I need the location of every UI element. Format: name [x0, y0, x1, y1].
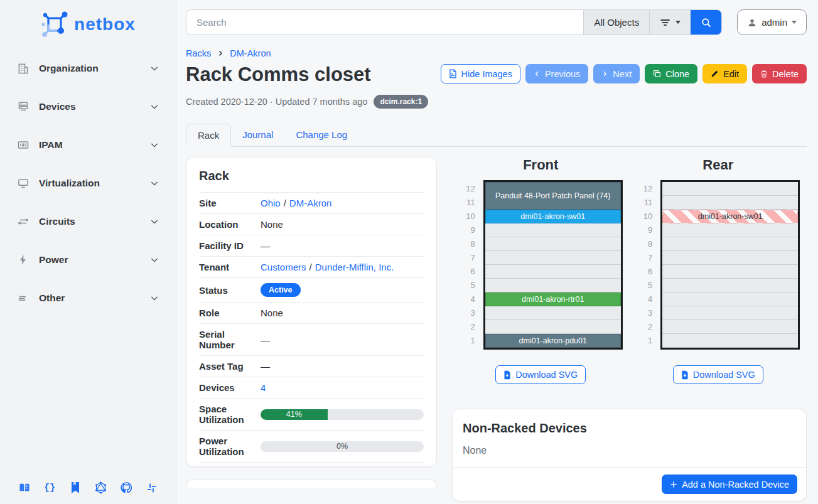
rack-card-title: Rack: [199, 169, 424, 183]
user-menu[interactable]: admin: [737, 9, 807, 35]
graphql-icon[interactable]: [93, 480, 108, 495]
rack-slot[interactable]: [662, 223, 798, 237]
tenant-link[interactable]: Dunder-Mifflin, Inc.: [315, 262, 394, 272]
copy-icon: [653, 70, 661, 78]
front-download-svg-button[interactable]: Download SVG: [495, 365, 586, 384]
previous-button[interactable]: Previous: [525, 64, 588, 83]
location-value: None: [258, 214, 424, 235]
github-icon[interactable]: [119, 480, 134, 495]
docs-book-icon[interactable]: [17, 480, 32, 495]
unit-number: 5: [636, 279, 652, 292]
sidebar-item-circuits[interactable]: Circuits: [9, 210, 167, 233]
unit-number: 10: [459, 210, 475, 223]
site-region-link[interactable]: Ohio: [261, 198, 281, 208]
chevron-down-icon: [149, 140, 159, 150]
tab-journal[interactable]: Journal: [231, 124, 284, 146]
search-filter-dropdown[interactable]: [649, 10, 691, 35]
table-row-devices: Devices 4: [199, 377, 424, 399]
tabs: Rack Journal Change Log: [186, 124, 807, 147]
tab-rack[interactable]: Rack: [186, 124, 231, 147]
delete-button[interactable]: Delete: [752, 64, 807, 83]
rack-slot[interactable]: [485, 223, 621, 237]
rest-api-braces-icon[interactable]: {}: [42, 480, 57, 495]
created-updated-text: Created 2020-12-20 · Updated 7 months ag…: [186, 97, 367, 107]
rack-slot[interactable]: [662, 251, 798, 265]
rack-device[interactable]: Panduit 48-Port Patch Panel (74): [485, 182, 621, 210]
next-button[interactable]: Next: [593, 64, 640, 83]
devices-count-link[interactable]: 4: [261, 382, 266, 393]
bookmark-icon[interactable]: [68, 480, 83, 495]
table-row-space-utilization: Space Utilization 41%: [199, 399, 424, 431]
breadcrumb-link-racks[interactable]: Racks: [186, 48, 211, 58]
rack-slot[interactable]: [485, 306, 621, 320]
power-icon: [16, 253, 30, 267]
rack-slot[interactable]: [662, 306, 798, 320]
rack-slot[interactable]: [662, 182, 798, 196]
breadcrumb-link-site[interactable]: DM-Akron: [230, 48, 271, 58]
rack-slot[interactable]: [662, 292, 798, 306]
rack-slot[interactable]: [485, 320, 621, 334]
tab-content: Rack Site Ohio/DM-Akron Location None: [186, 157, 807, 501]
slack-icon[interactable]: [144, 480, 159, 495]
unit-number: 8: [636, 237, 652, 251]
rack-slot[interactable]: [485, 237, 621, 251]
rack-slot[interactable]: [485, 265, 621, 279]
search-input[interactable]: [186, 10, 583, 35]
rack-device[interactable]: dmi01-akron-rtr01: [485, 292, 621, 306]
rack-elevations: Front 121110987654321 Panduit 48-Port Pa…: [452, 157, 807, 384]
sidebar-item-other[interactable]: Other: [9, 286, 167, 310]
unit-number: 12: [636, 182, 652, 196]
add-non-racked-device-button[interactable]: Add a Non-Racked Device: [662, 475, 797, 494]
rack-slot[interactable]: [662, 334, 798, 348]
main-content: All Objects admin: [176, 0, 818, 504]
rack-slot[interactable]: [662, 237, 798, 251]
rear-elevation: Rear 121110987654321 dmi01-akron-sw01 Do…: [630, 157, 807, 384]
chevron-down-icon: [149, 255, 159, 265]
title-row: Rack Comms closet Hide Images Previous N…: [186, 64, 807, 85]
rack-slot[interactable]: [662, 196, 798, 210]
sidebar-item-label: Devices: [39, 101, 149, 112]
rack-details-card: Rack Site Ohio/DM-Akron Location None: [186, 157, 437, 467]
edit-button[interactable]: Edit: [702, 64, 747, 83]
front-elevation-title: Front: [523, 157, 558, 173]
unit-number: 1: [459, 334, 475, 348]
tab-change-log[interactable]: Change Log: [284, 124, 358, 146]
power-utilization-label: 0%: [261, 441, 424, 452]
object-type-select[interactable]: All Objects: [583, 10, 649, 35]
rack-slot[interactable]: [485, 279, 621, 292]
tenant-group-link[interactable]: Customers: [261, 262, 306, 272]
circuits-icon: [16, 215, 30, 228]
rear-download-svg-button[interactable]: Download SVG: [673, 365, 763, 384]
sidebar-item-power[interactable]: Power: [9, 248, 167, 272]
sidebar-footer: {}: [0, 480, 176, 495]
meta-row: Created 2020-12-20 · Updated 7 months ag…: [186, 95, 807, 109]
rack-slot[interactable]: [662, 265, 798, 279]
rack-device[interactable]: dmi01-akron-sw01: [485, 210, 621, 223]
rack-device[interactable]: dmi01-akron-pdu01: [485, 334, 621, 348]
ipam-icon: [16, 138, 30, 152]
sidebar-item-devices[interactable]: Devices: [9, 95, 167, 119]
hide-images-button[interactable]: Hide Images: [441, 64, 520, 83]
table-row-facility-id: Facility ID —: [199, 235, 424, 257]
site-link[interactable]: DM-Akron: [289, 198, 332, 208]
unit-number: 4: [459, 292, 475, 306]
search-button[interactable]: [691, 10, 721, 35]
front-elevation: Front 121110987654321 Panduit 48-Port Pa…: [452, 157, 630, 384]
object-id-badge: dcim.rack:1: [374, 95, 428, 109]
plus-icon: [670, 481, 677, 488]
left-column: Rack Site Ohio/DM-Akron Location None: [186, 157, 437, 488]
rack-attributes-table: Site Ohio/DM-Akron Location None Facilit…: [199, 192, 424, 463]
netbox-logo[interactable]: netbox: [0, 10, 176, 39]
netbox-logo-text: netbox: [74, 14, 136, 35]
sidebar-item-ipam[interactable]: IPAM: [9, 133, 167, 157]
sidebar-item-organization[interactable]: Organization: [9, 56, 167, 80]
rack-slot[interactable]: [485, 251, 621, 265]
space-utilization-bar: 41%: [261, 409, 424, 420]
sidebar-item-virtualization[interactable]: Virtualization: [9, 171, 167, 195]
rack-device[interactable]: dmi01-akron-sw01: [662, 210, 798, 223]
non-racked-devices-footer: Add a Non-Racked Device: [453, 467, 806, 501]
rack-slot[interactable]: [662, 279, 798, 292]
rack-slot[interactable]: [662, 320, 798, 334]
clone-button[interactable]: Clone: [645, 64, 697, 83]
other-icon: [16, 291, 30, 305]
